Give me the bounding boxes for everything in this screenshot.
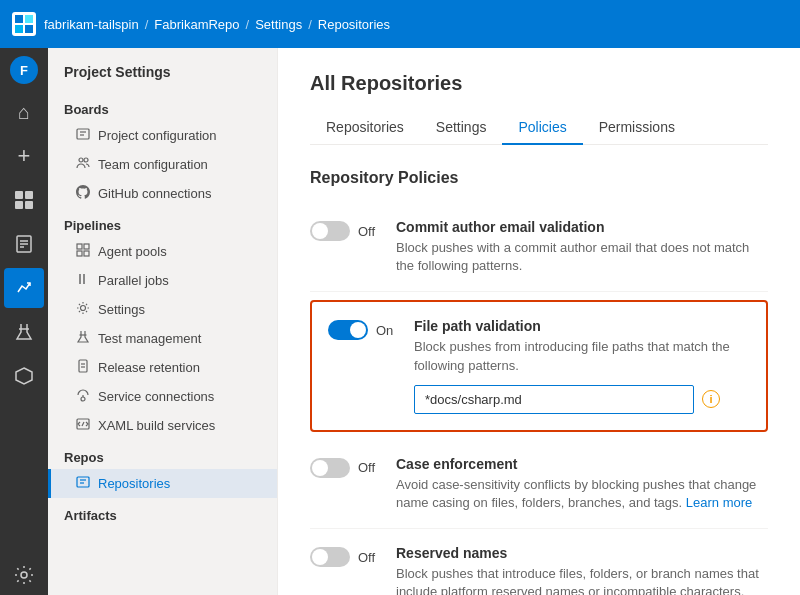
breadcrumb-sep-1: / (145, 17, 149, 32)
rail-boards[interactable] (4, 180, 44, 220)
toggle-area-commit-email: Off (310, 221, 380, 241)
info-icon-file-path[interactable]: i (702, 390, 720, 408)
main-layout: F ⌂ + Project Settings Boards Pr (0, 48, 800, 595)
toggle-area-case: Off (310, 458, 380, 478)
section-title: Repository Policies (310, 169, 768, 187)
breadcrumb-repositories[interactable]: Repositories (318, 17, 390, 32)
tabs-bar: Repositories Settings Policies Permissio… (310, 111, 768, 145)
toggle-label-commit-email: Off (358, 224, 375, 239)
rail-pipelines[interactable] (4, 268, 44, 308)
project-config-icon (76, 127, 90, 144)
policy-content-commit-email: Commit author email validation Block pus… (396, 219, 768, 275)
policy-desc-case: Avoid case-sensitivity conflicts by bloc… (396, 476, 768, 512)
sidebar-section-repos: Repos (48, 440, 277, 469)
policy-input-row-file-path: i (414, 385, 750, 414)
toggle-area-reserved: Off (310, 547, 380, 567)
toggle-file-path[interactable] (328, 320, 368, 340)
rail-add[interactable]: + (4, 136, 44, 176)
sidebar-item-team-config[interactable]: Team configuration (48, 150, 277, 179)
file-path-input[interactable] (414, 385, 694, 414)
sidebar-item-github[interactable]: GitHub connections (48, 179, 277, 208)
sidebar-label-agent-pools: Agent pools (98, 244, 167, 259)
sidebar-section-boards: Boards (48, 92, 277, 121)
sidebar-item-test-management[interactable]: Test management (48, 324, 277, 353)
policy-desc-commit-email: Block pushes with a commit author email … (396, 239, 768, 275)
sidebar-title: Project Settings (48, 60, 277, 92)
svg-rect-5 (25, 191, 33, 199)
sidebar-item-agent-pools[interactable]: Agent pools (48, 237, 277, 266)
rail-repos[interactable] (4, 224, 44, 264)
svg-rect-7 (25, 201, 33, 209)
svg-rect-14 (77, 129, 89, 139)
tab-settings[interactable]: Settings (420, 111, 503, 145)
sidebar-item-settings[interactable]: Settings (48, 295, 277, 324)
svg-point-25 (81, 306, 86, 311)
sidebar-label-settings: Settings (98, 302, 145, 317)
github-icon (76, 185, 90, 202)
breadcrumb-sep-2: / (246, 17, 250, 32)
rail-artifacts[interactable] (4, 356, 44, 396)
svg-rect-4 (15, 191, 23, 199)
page-title: All Repositories (310, 72, 768, 95)
policy-name-file-path: File path validation (414, 318, 750, 334)
svg-marker-12 (16, 368, 32, 384)
policy-desc-file-path: Block pushes from introducing file paths… (414, 338, 750, 374)
rail-test[interactable] (4, 312, 44, 352)
user-avatar[interactable]: F (10, 56, 38, 84)
svg-point-17 (79, 158, 83, 162)
rail-settings[interactable] (4, 555, 44, 595)
policy-desc-reserved: Block pushes that introduce files, folde… (396, 565, 768, 595)
svg-rect-19 (77, 244, 82, 249)
breadcrumb-settings[interactable]: Settings (255, 17, 302, 32)
policy-row-case-enforcement: Off Case enforcement Avoid case-sensitiv… (310, 440, 768, 529)
policy-name-commit-email: Commit author email validation (396, 219, 768, 235)
sidebar-item-release-retention[interactable]: Release retention (48, 353, 277, 382)
svg-rect-21 (77, 251, 82, 256)
parallel-jobs-icon (76, 272, 90, 289)
svg-rect-2 (15, 25, 23, 33)
case-learn-more-link[interactable]: Learn more (686, 495, 752, 510)
sidebar-label-github: GitHub connections (98, 186, 211, 201)
sidebar-item-project-config[interactable]: Project configuration (48, 121, 277, 150)
xaml-icon (76, 417, 90, 434)
topbar: fabrikam-tailspin / FabrikamRepo / Setti… (0, 0, 800, 48)
repositories-icon (76, 475, 90, 492)
svg-rect-33 (77, 477, 89, 487)
svg-rect-27 (79, 360, 87, 372)
toggle-commit-email[interactable] (310, 221, 350, 241)
svg-rect-22 (84, 251, 89, 256)
policy-name-reserved: Reserved names (396, 545, 768, 561)
policy-name-case: Case enforcement (396, 456, 768, 472)
policy-content-case: Case enforcement Avoid case-sensitivity … (396, 456, 768, 512)
sidebar-label-repositories: Repositories (98, 476, 170, 491)
settings-icon (76, 301, 90, 318)
app-logo[interactable] (12, 12, 36, 36)
toggle-reserved[interactable] (310, 547, 350, 567)
breadcrumb-repo[interactable]: FabrikamRepo (154, 17, 239, 32)
tab-policies[interactable]: Policies (502, 111, 582, 145)
breadcrumb-org[interactable]: fabrikam-tailspin (44, 17, 139, 32)
sidebar-label-project-config: Project configuration (98, 128, 217, 143)
sidebar-item-service-connections[interactable]: Service connections (48, 382, 277, 411)
sidebar-item-parallel-jobs[interactable]: Parallel jobs (48, 266, 277, 295)
rail-home[interactable]: ⌂ (4, 92, 44, 132)
toggle-case[interactable] (310, 458, 350, 478)
sidebar-section-pipelines: Pipelines (48, 208, 277, 237)
policy-row-file-path: On File path validation Block pushes fro… (310, 300, 768, 431)
svg-rect-3 (25, 25, 33, 33)
breadcrumb: fabrikam-tailspin / FabrikamRepo / Setti… (44, 17, 390, 32)
svg-point-13 (21, 572, 27, 578)
content-area: All Repositories Repositories Settings P… (278, 48, 800, 595)
policy-row-reserved-names: Off Reserved names Block pushes that int… (310, 529, 768, 595)
sidebar-item-repositories[interactable]: Repositories (48, 469, 277, 498)
svg-rect-6 (15, 201, 23, 209)
sidebar-label-team-config: Team configuration (98, 157, 208, 172)
tab-permissions[interactable]: Permissions (583, 111, 691, 145)
agent-pools-icon (76, 243, 90, 260)
sidebar-label-test-management: Test management (98, 331, 201, 346)
tab-repositories[interactable]: Repositories (310, 111, 420, 145)
release-retention-icon (76, 359, 90, 376)
sidebar-item-xaml[interactable]: XAML build services (48, 411, 277, 440)
toggle-label-case: Off (358, 460, 375, 475)
service-connections-icon (76, 388, 90, 405)
